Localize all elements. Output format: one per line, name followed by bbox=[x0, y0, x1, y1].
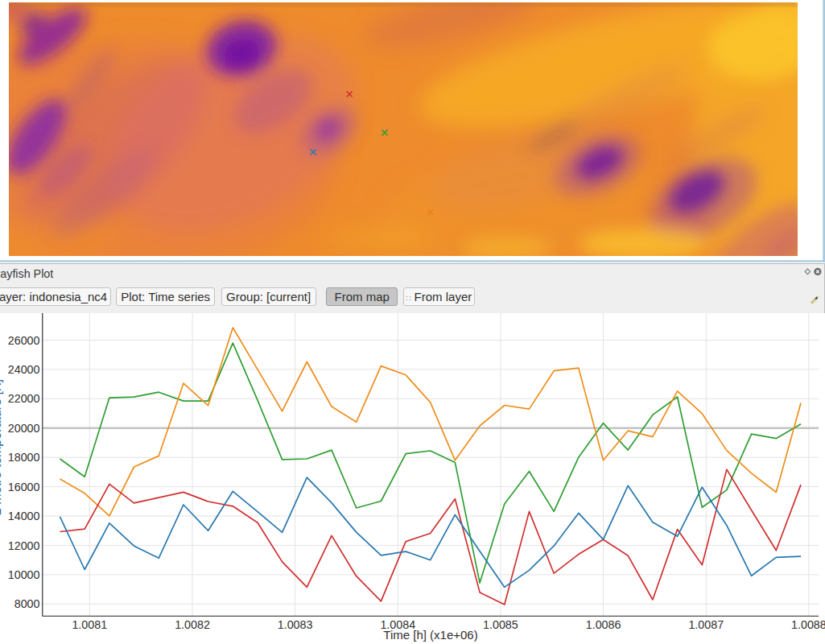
svg-text:20000: 20000 bbox=[8, 422, 40, 435]
svg-text:14000: 14000 bbox=[8, 510, 40, 522]
svg-text:1.0085: 1.0085 bbox=[483, 618, 518, 631]
svg-text:1.0086: 1.0086 bbox=[586, 618, 621, 631]
svg-text:22000: 22000 bbox=[8, 392, 40, 405]
svg-text:1.0081: 1.0081 bbox=[72, 618, 107, 631]
svg-text:12000: 12000 bbox=[8, 539, 40, 552]
svg-text:24000: 24000 bbox=[8, 363, 40, 376]
svg-text:18000: 18000 bbox=[8, 451, 40, 464]
svg-text:1.0088: 1.0088 bbox=[791, 618, 825, 631]
svg-text:26000: 26000 bbox=[8, 334, 40, 347]
svg-text:1.0082: 1.0082 bbox=[175, 618, 210, 631]
svg-text:Time [h] (x1e+06): Time [h] (x1e+06) bbox=[383, 628, 477, 642]
svg-text:1.0083: 1.0083 bbox=[278, 618, 313, 631]
svg-text:16000: 16000 bbox=[8, 481, 40, 493]
svg-text:1.0087: 1.0087 bbox=[688, 618, 724, 631]
svg-text:10000: 10000 bbox=[8, 568, 40, 581]
svg-text:8000: 8000 bbox=[14, 597, 40, 610]
